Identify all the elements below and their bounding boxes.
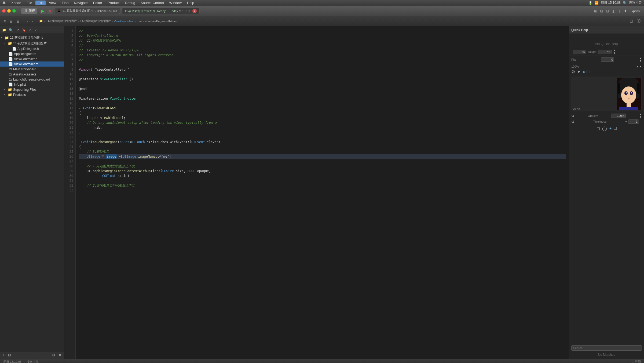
exports-label: Exports	[630, 9, 640, 13]
menu-edit[interactable]: Edit	[35, 1, 46, 5]
flip-down[interactable]: ▼	[639, 60, 642, 62]
sidebar-close-btn[interactable]: ✕	[57, 353, 63, 358]
gear-icon-2[interactable]: ⚙	[571, 114, 575, 118]
bottom-icon-3[interactable]: □	[614, 126, 617, 131]
sidebar-search-btn[interactable]: 🔍	[8, 28, 14, 32]
stop-button[interactable]: ■	[47, 8, 52, 14]
tree-item-appdelegate-m[interactable]: 📄 AppDelegate.m	[0, 51, 64, 56]
inspector-w-input[interactable]	[573, 50, 586, 54]
flip-input[interactable]	[601, 57, 614, 62]
bottom-icon-2[interactable]: ◯	[602, 126, 607, 131]
breadcrumb-item-1[interactable]: 11-获取裁剪过后的图片	[46, 19, 77, 23]
tree-item-root[interactable]: ▾ 📁 11-获取裁剪过后的图片	[0, 35, 64, 41]
zoom-up[interactable]: ▲	[636, 65, 639, 68]
opacity-input[interactable]	[611, 114, 626, 118]
minimize-button[interactable]	[7, 9, 11, 13]
info-btn[interactable]: ⓘ	[635, 18, 642, 24]
nav-prev-btn[interactable]: ‹	[25, 18, 30, 24]
line-number: 13	[64, 86, 73, 91]
inspector-h-input[interactable]	[598, 50, 612, 54]
menu-product[interactable]: Product	[105, 1, 122, 5]
inspector-gear-icon[interactable]: ⚙	[571, 69, 575, 74]
line-number: 29	[64, 169, 73, 173]
tree-item-viewcontroller-m[interactable]: 📄 ViewController.m	[0, 61, 64, 67]
export-icon[interactable]: ⬆	[624, 9, 627, 13]
tree-item-appdelegate-h[interactable]: 📄 AppDelegate.h	[0, 46, 64, 51]
menu-xcode[interactable]: Xcode	[9, 1, 23, 5]
sidebar-warn-btn[interactable]: ⚠	[28, 28, 33, 32]
support-icon: 📁	[8, 88, 12, 92]
zoom-stepper[interactable]: ▲ ▼	[636, 65, 642, 68]
breadcrumb-method[interactable]: -touchesBegan:withEvent:	[145, 20, 179, 23]
debug-area-toggle[interactable]: ⊟	[606, 9, 609, 13]
editor-toggle-icon[interactable]: ⊟	[600, 9, 603, 13]
sidebar-options-btn[interactable]: ⚙	[51, 353, 56, 358]
opacity-stepper[interactable]: ▲ ▼	[639, 113, 642, 118]
run-button[interactable]: ▶	[40, 8, 46, 14]
breadcrumb-project[interactable]: 📁	[39, 19, 43, 23]
tree-item-supporting[interactable]: ▸ 📁 Supporting Files	[0, 87, 64, 92]
add-file-btn[interactable]: +	[2, 353, 6, 358]
nav-jump-btn[interactable]: ⊟	[15, 18, 21, 24]
filter-btn[interactable]: ⊟	[7, 353, 12, 358]
tree-item-viewcontroller-h[interactable]: 📄 ViewController.h	[0, 56, 64, 61]
menu-help[interactable]: Help	[185, 1, 196, 5]
sidebar-test-btn[interactable]: ✓	[33, 28, 38, 32]
flip-stepper[interactable]: ▲ ▼	[639, 57, 642, 62]
inspector-down-icon[interactable]: ▼	[577, 70, 581, 74]
line-number: 28	[64, 164, 73, 169]
menu-file[interactable]: File	[24, 1, 34, 5]
nav-hierarchy-btn[interactable]: ⊞	[8, 18, 14, 24]
sidebar-bookmark-btn[interactable]: 🔖	[21, 28, 27, 32]
inspector-square-icon[interactable]: □	[587, 70, 590, 74]
h-stepper[interactable]: ▲ ▼	[613, 49, 616, 55]
gear-icon-3[interactable]: ⚙	[571, 120, 575, 124]
tree-item-subfolder[interactable]: ▾ 📁 11-获取裁剪过后的图片	[0, 41, 64, 46]
tree-item-launchscreen[interactable]: 🗂 LaunchScreen.storyboard	[0, 77, 64, 82]
breadcrumb-item-2[interactable]: 11-获取裁剪过后的图片	[80, 19, 111, 23]
menu-source-control[interactable]: Source Control	[138, 1, 166, 5]
zoom-down[interactable]: ▼	[639, 65, 642, 68]
bottom-icon-active[interactable]: ●	[609, 126, 612, 131]
close-button[interactable]	[2, 9, 6, 13]
line-number: 32	[64, 183, 73, 188]
stepper-down[interactable]: ▼	[613, 52, 616, 55]
nav-back-btn[interactable]: ≡	[2, 18, 7, 24]
sidebar-git-btn[interactable]: ⎇	[14, 28, 20, 32]
file-size-label: 70 KB	[573, 107, 580, 110]
breadcrumb-file[interactable]: ViewController.m	[114, 20, 136, 23]
input-method[interactable]: 搜狗拼音	[629, 1, 642, 5]
minus-icon[interactable]: −	[625, 119, 627, 124]
code-view[interactable]: 1234567891011121314151617181920212222232…	[64, 26, 569, 359]
breadcrumb-type[interactable]: m	[139, 20, 142, 23]
bottom-icon-1[interactable]: ◻	[597, 126, 600, 131]
menu-editor[interactable]: Editor	[91, 1, 104, 5]
rp-search-input[interactable]	[571, 345, 642, 351]
plus-icon[interactable]: +	[640, 119, 642, 124]
search-icon[interactable]: 🔍	[623, 1, 627, 5]
maximize-button[interactable]	[12, 9, 16, 13]
menu-debug[interactable]: Debug	[123, 1, 137, 5]
nav-next-btn[interactable]: ›	[31, 18, 35, 24]
view-toggle-icon[interactable]: ⊞	[594, 9, 597, 13]
tree-item-products[interactable]: ▸ 📁 Products	[0, 92, 64, 97]
menu-window[interactable]: Window	[167, 1, 184, 5]
right-panel-toggle[interactable]: ◫	[612, 9, 615, 13]
inspector-active-icon[interactable]: ●	[583, 70, 585, 74]
sidebar-folder-icon[interactable]: 📁	[1, 28, 7, 32]
menu-find[interactable]: Find	[60, 1, 71, 5]
tree-item-infoplist[interactable]: 📄 Info.plist	[0, 82, 64, 87]
menu-navigate[interactable]: Navigate	[72, 1, 90, 5]
menu-view[interactable]: View	[47, 1, 58, 5]
line-number: 26	[64, 154, 73, 159]
scheme-selector[interactable]: 📱 11-获取裁剪过后的图片 › iPhone 6s Plus	[54, 8, 120, 14]
pause-button[interactable]: ⏸ 暂停	[21, 8, 37, 14]
tree-item-main-storyboard[interactable]: 🗂 Main.storyboard	[0, 67, 64, 72]
opacity-down[interactable]: ▼	[639, 116, 642, 118]
tree-item-assets[interactable]: 🗂 Assets.xcassets	[0, 72, 64, 77]
code-content[interactable]: //// ViewController.m// 11-获取裁剪过后的图片////…	[76, 26, 569, 359]
line-number: 27	[64, 159, 73, 164]
apple-menu-icon[interactable]: ⌘	[2, 1, 6, 5]
editor-options-btn[interactable]: ◻	[628, 18, 634, 24]
thickness-input[interactable]	[628, 119, 639, 124]
